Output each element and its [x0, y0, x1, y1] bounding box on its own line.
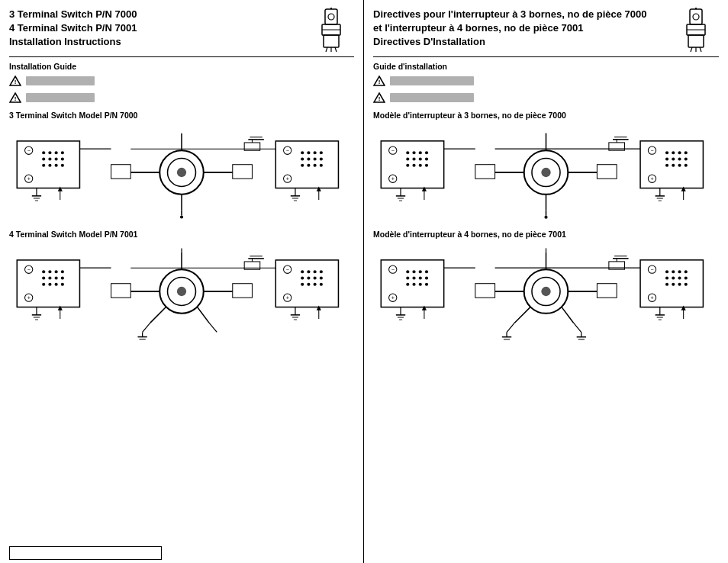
svg-text:!: !: [14, 79, 17, 85]
left-product-image: [308, 8, 354, 53]
svg-point-61: [314, 164, 317, 167]
svg-text:!: !: [378, 79, 381, 85]
svg-text:+: +: [286, 175, 289, 182]
left-diagram-section-2: 4 Terminal Switch Model P/N 7001 − +: [9, 230, 354, 341]
right-diagram-title-2: Modèle d'interrupteur à 4 bornes, no de …: [373, 230, 719, 239]
svg-marker-213: [681, 187, 686, 191]
svg-point-171: [425, 157, 428, 160]
svg-point-166: [419, 151, 422, 154]
svg-point-228: [412, 270, 415, 273]
svg-point-164: [406, 151, 409, 154]
svg-point-267: [685, 276, 688, 279]
left-diagram-title-2: 4 Terminal Switch Model P/N 7001: [9, 230, 354, 239]
svg-point-198: [678, 151, 681, 154]
svg-rect-280: [609, 262, 625, 269]
svg-point-203: [685, 157, 688, 160]
svg-point-233: [419, 276, 422, 279]
svg-point-93: [61, 283, 64, 286]
svg-rect-222: [381, 260, 443, 307]
svg-line-285: [574, 323, 581, 332]
svg-point-231: [406, 276, 409, 279]
svg-point-117: [314, 270, 317, 273]
warning-triangle-icon-1: !: [9, 76, 21, 86]
svg-rect-110: [275, 260, 338, 307]
left-section-label: Installation Guide: [9, 62, 354, 71]
svg-point-30: [61, 164, 64, 167]
svg-point-9: [330, 8, 332, 9]
svg-text:+: +: [391, 294, 395, 301]
svg-marker-132: [317, 305, 321, 310]
svg-point-115: [301, 270, 304, 273]
svg-rect-149: [688, 35, 704, 47]
svg-point-87: [48, 276, 51, 279]
svg-rect-44: [111, 165, 131, 179]
svg-point-60: [307, 164, 310, 167]
svg-point-102: [177, 287, 186, 296]
svg-point-269: [672, 283, 675, 286]
svg-point-229: [419, 270, 422, 273]
svg-point-84: [55, 270, 58, 273]
svg-point-174: [419, 164, 422, 167]
svg-point-90: [42, 283, 45, 286]
svg-point-20: [48, 151, 51, 154]
svg-point-82: [42, 270, 45, 273]
svg-marker-181: [422, 187, 427, 191]
right-warning-1: !: [373, 76, 719, 86]
svg-point-268: [665, 283, 668, 286]
svg-point-232: [412, 276, 415, 279]
svg-line-106: [150, 307, 166, 323]
svg-rect-255: [640, 260, 703, 307]
svg-point-83: [48, 270, 51, 273]
svg-point-119: [301, 276, 304, 279]
svg-point-263: [685, 270, 688, 273]
right-warning-triangle-icon-2: !: [373, 92, 385, 103]
svg-point-123: [301, 283, 304, 286]
svg-point-62: [320, 164, 323, 167]
svg-point-28: [48, 164, 51, 167]
svg-line-152: [700, 47, 701, 52]
right-warning-bar-1: [390, 76, 474, 85]
svg-rect-108: [111, 284, 131, 298]
svg-text:+: +: [27, 294, 31, 301]
svg-text:+: +: [650, 175, 653, 182]
svg-text:−: −: [650, 266, 653, 273]
svg-point-39: [177, 168, 186, 177]
svg-text:+: +: [27, 175, 31, 182]
left-diagram-2: − +: [9, 242, 354, 341]
svg-point-202: [678, 157, 681, 160]
right-diagram-1: − +: [373, 123, 719, 222]
svg-marker-99: [58, 305, 63, 310]
svg-point-26: [61, 157, 64, 160]
svg-point-19: [42, 151, 45, 154]
svg-line-251: [514, 307, 530, 323]
svg-line-252: [562, 307, 573, 323]
svg-rect-45: [233, 165, 253, 179]
svg-rect-159: [381, 141, 443, 188]
warning-triangle-icon-2: !: [9, 92, 21, 103]
svg-point-53: [314, 151, 317, 154]
left-header: 3 Terminal Switch P/N 7000 4 Terminal Sw…: [9, 8, 354, 53]
svg-point-264: [665, 276, 668, 279]
left-diagram-section-1: 3 Terminal Switch Model P/N 7000 − +: [9, 111, 354, 222]
svg-point-54: [320, 151, 323, 154]
right-product-image: [673, 8, 719, 53]
svg-point-116: [307, 270, 310, 273]
svg-text:!: !: [378, 95, 381, 102]
left-diagram-1: − +: [9, 123, 354, 222]
svg-text:−: −: [391, 266, 395, 273]
svg-point-207: [685, 164, 688, 167]
svg-point-52: [307, 151, 310, 154]
svg-point-167: [425, 151, 428, 154]
svg-point-126: [320, 283, 323, 286]
svg-point-227: [406, 270, 409, 273]
svg-rect-254: [597, 284, 617, 298]
right-divider: [373, 56, 719, 57]
svg-point-76: [180, 216, 183, 219]
svg-text:−: −: [391, 147, 395, 154]
svg-point-260: [665, 270, 668, 273]
svg-point-262: [678, 270, 681, 273]
svg-point-1: [328, 14, 334, 20]
svg-point-199: [685, 151, 688, 154]
svg-point-170: [419, 157, 422, 160]
svg-text:−: −: [286, 266, 289, 273]
